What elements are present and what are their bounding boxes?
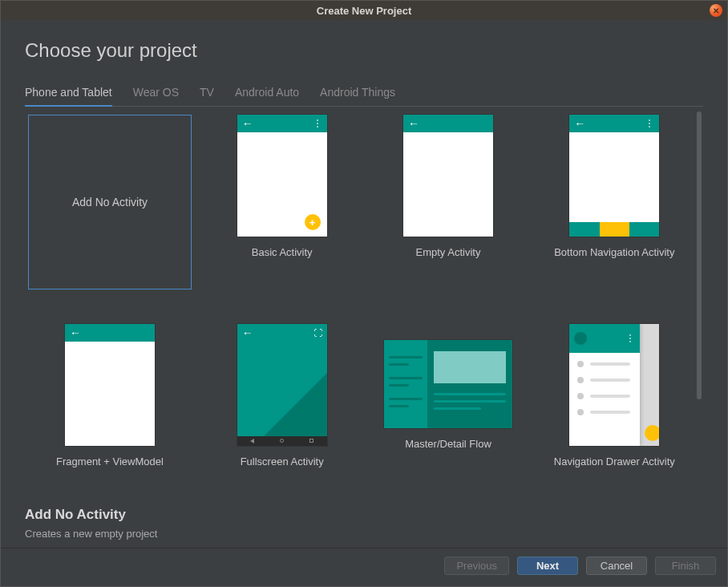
- appbar: ←: [65, 324, 155, 342]
- fab-icon: [645, 425, 659, 441]
- fullscreen-body: ← ⛶: [237, 324, 327, 446]
- appbar: ← ⋯: [569, 115, 659, 132]
- template-label: Fullscreen Activity: [241, 455, 324, 468]
- overflow-menu-icon: ⋯: [625, 333, 634, 343]
- tab-android-things[interactable]: Android Things: [320, 83, 395, 107]
- tab-tv[interactable]: TV: [200, 83, 214, 107]
- template-basic-activity[interactable]: ← ⋯ + Basic Activity: [203, 111, 361, 313]
- template-bottom-navigation-activity[interactable]: ← ⋯ Bottom Navigation Activity: [536, 111, 694, 313]
- thumb-add-no-activity-label: Add No Activity: [72, 196, 148, 208]
- selection-description: Creates a new empty project: [25, 528, 703, 540]
- bottom-nav-bar: [569, 222, 659, 237]
- template-label: Bottom Navigation Activity: [554, 246, 674, 258]
- template-navigation-drawer-activity[interactable]: ⋯ Navigat: [536, 321, 694, 491]
- template-add-no-activity[interactable]: Add No Activity: [25, 111, 195, 313]
- avatar-icon: [574, 332, 587, 345]
- previous-button[interactable]: Previous: [444, 557, 509, 575]
- grid-scrollbar[interactable]: [695, 111, 703, 495]
- close-icon[interactable]: ✕: [710, 4, 722, 17]
- fab-icon: +: [305, 214, 321, 230]
- template-fragment-viewmodel[interactable]: ← Fragment + ViewModel: [25, 321, 195, 491]
- back-arrow-icon: ←: [70, 327, 81, 338]
- selection-title: Add No Activity: [25, 507, 703, 523]
- template-label: Navigation Drawer Activity: [554, 455, 675, 468]
- page-title: Choose your project: [25, 39, 703, 62]
- template-label: Fragment + ViewModel: [56, 455, 164, 468]
- template-empty-activity[interactable]: ← Empty Activity: [369, 111, 527, 313]
- wizard-button-bar: Previous Next Cancel Finish: [1, 548, 727, 586]
- nav-recent-icon: [309, 439, 313, 443]
- template-label: Master/Detail Flow: [405, 438, 491, 450]
- finish-button[interactable]: Finish: [655, 557, 716, 575]
- window-title: Create New Project: [317, 5, 412, 17]
- thumb-empty-activity: ←: [403, 115, 493, 237]
- tab-phone-and-tablet[interactable]: Phone and Tablet: [25, 83, 112, 107]
- nav-back-icon: [250, 439, 254, 443]
- template-label: Empty Activity: [416, 246, 481, 258]
- dialog-window: Create New Project ✕ Choose your project…: [0, 0, 728, 587]
- template-grid-wrap: Add No Activity ← ⋯ + Basic Activity: [25, 111, 703, 495]
- platform-tabs: Phone and Tablet Wear OS TV Android Auto…: [25, 83, 703, 107]
- thumb-fragment-viewmodel: ←: [65, 324, 155, 446]
- overflow-menu-icon: ⋯: [312, 119, 322, 129]
- thumb-fullscreen: ← ⛶: [237, 324, 327, 446]
- back-arrow-icon: ←: [242, 327, 253, 338]
- master-pane: [384, 340, 427, 428]
- detail-pane: [427, 340, 512, 428]
- thumb-bottom-navigation: ← ⋯: [569, 115, 659, 237]
- tab-android-auto[interactable]: Android Auto: [235, 83, 299, 107]
- appbar: ← ⋯: [237, 115, 327, 132]
- next-button[interactable]: Next: [517, 557, 578, 575]
- template-label: Basic Activity: [252, 246, 313, 258]
- template-fullscreen-activity[interactable]: ← ⛶ Fullscreen Activity: [203, 321, 361, 491]
- back-arrow-icon: ←: [408, 118, 419, 129]
- tab-wear-os[interactable]: Wear OS: [133, 83, 179, 107]
- nav-home-icon: [280, 439, 284, 443]
- thumb-navigation-drawer: ⋯: [569, 324, 659, 446]
- back-arrow-icon: ←: [574, 118, 585, 129]
- template-grid: Add No Activity ← ⋯ + Basic Activity: [25, 111, 694, 495]
- overflow-menu-icon: ⋯: [645, 119, 654, 129]
- cancel-button[interactable]: Cancel: [586, 557, 647, 575]
- template-master-detail-flow[interactable]: Master/Detail Flow: [369, 321, 527, 491]
- thumb-add-no-activity: Add No Activity: [28, 115, 192, 289]
- titlebar: Create New Project ✕: [1, 1, 727, 20]
- fullscreen-icon: ⛶: [313, 328, 322, 338]
- nav-drawer: ⋯: [569, 324, 639, 446]
- back-arrow-icon: ←: [242, 118, 253, 129]
- scroll-thumb[interactable]: [697, 111, 702, 399]
- thumb-master-detail: [384, 340, 512, 428]
- thumb-basic-activity: ← ⋯ +: [237, 115, 327, 237]
- dialog-content: Choose your project Phone and Tablet Wea…: [1, 20, 727, 495]
- android-nav-bar: [237, 436, 327, 446]
- appbar: ←: [403, 115, 493, 132]
- selection-detail: Add No Activity Creates a new empty proj…: [1, 495, 727, 548]
